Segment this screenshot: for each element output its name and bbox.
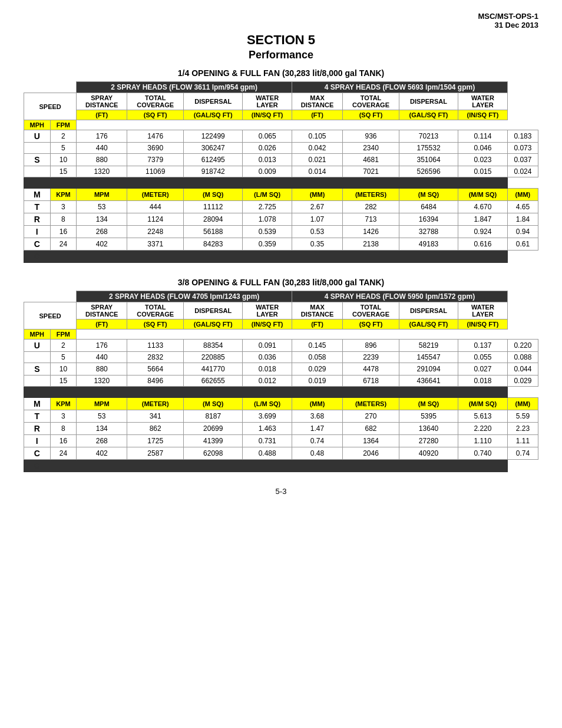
table-cell: 5664 xyxy=(127,363,184,375)
table-cell: 2 xyxy=(50,340,77,352)
table-cell: 402 xyxy=(77,447,127,460)
table1-4spray-header: 4 SPRAY HEADS (FLOW 5693 lpm/1504 gpm) xyxy=(292,82,508,93)
table-cell: 6484 xyxy=(399,201,458,213)
table-cell: 134 xyxy=(77,423,127,435)
side-label-us xyxy=(24,166,51,177)
table-cell: 41399 xyxy=(184,435,243,447)
table-cell: 0.105 xyxy=(292,130,343,143)
table-cell: 15 xyxy=(50,166,77,177)
section-number: SECTION 5 xyxy=(24,32,538,48)
table-cell: 5.613 xyxy=(458,410,508,423)
unit-sqft1: (SQ FT) xyxy=(127,110,184,120)
table-cell: 11112 xyxy=(184,201,243,213)
empty-cell xyxy=(458,460,508,472)
table-cell: 1124 xyxy=(127,213,184,226)
col-water-layer1: WATERLAYER xyxy=(243,93,292,110)
table-cell: 0.183 xyxy=(507,130,538,143)
mpm-header: MPM xyxy=(77,398,127,410)
table-cell: 0.019 xyxy=(292,375,343,387)
table-row: C244022587620980.4880.482046409200.7400.… xyxy=(24,447,538,460)
col2-total-cov1: TOTALCOVERAGE xyxy=(127,302,184,319)
table-cell: 0.058 xyxy=(292,352,343,363)
metric-unit-header: (L/M SQ) xyxy=(243,189,292,201)
side-label-metric: I xyxy=(24,226,51,238)
side-label-us: U xyxy=(24,340,51,352)
side-label-us xyxy=(24,375,51,387)
unit-ft2: (FT) xyxy=(292,110,343,120)
table-cell: 0.61 xyxy=(507,238,538,251)
table-cell: 0.036 xyxy=(243,352,292,363)
table-cell: 662655 xyxy=(184,375,243,387)
table-cell: 1.47 xyxy=(292,423,343,435)
table-cell: 176 xyxy=(77,130,127,143)
table-cell: 444 xyxy=(127,201,184,213)
table-cell: 0.024 xyxy=(507,166,538,177)
table-cell: 0.042 xyxy=(292,143,343,154)
empty-cell xyxy=(77,251,127,263)
table-row: T353444111122.7252.6728264844.6704.65 xyxy=(24,201,538,213)
table-cell: 1133 xyxy=(127,340,184,352)
table-cell: 5 xyxy=(50,143,77,154)
table-cell: 0.037 xyxy=(507,154,538,166)
table-cell: 7379 xyxy=(127,154,184,166)
metric-unit-header: (M/M SQ) xyxy=(458,398,508,410)
table-cell: 8187 xyxy=(184,410,243,423)
table-row: 151320110699187420.0090.01470215265960.0… xyxy=(24,166,538,177)
table-cell: 10 xyxy=(50,363,77,375)
empty-cell xyxy=(243,460,292,472)
table-row: R81341124280941.0781.07713163941.8471.84 xyxy=(24,213,538,226)
table-cell: 341 xyxy=(127,410,184,423)
table-cell: 2138 xyxy=(343,238,399,251)
table-cell: 268 xyxy=(77,226,127,238)
col-dispersal2: DISPERSAL xyxy=(399,93,458,110)
table-cell: 0.018 xyxy=(458,375,508,387)
table-cell: 936 xyxy=(343,130,399,143)
col2-spray-dist: SPRAYDISTANCE xyxy=(77,302,127,319)
unit-in2: (IN/SQ FT) xyxy=(458,110,508,120)
table-cell: 0.220 xyxy=(507,340,538,352)
table-cell: 1.07 xyxy=(292,213,343,226)
table-cell: 0.026 xyxy=(243,143,292,154)
table-cell: 4.670 xyxy=(458,201,508,213)
table-cell: 3371 xyxy=(127,238,184,251)
table-cell: 2046 xyxy=(343,447,399,460)
table-cell: 4478 xyxy=(343,363,399,375)
table2: 2 SPRAY HEADS (FLOW 4705 lpm/1243 gpm) 4… xyxy=(24,291,538,472)
speed-header: SPEED xyxy=(24,93,77,120)
col2-dispersal2: DISPERSAL xyxy=(399,302,458,319)
metric-unit-header: (L/M SQ) xyxy=(243,398,292,410)
table-cell: 268 xyxy=(77,435,127,447)
side-label-us: U xyxy=(24,130,51,143)
fpm-header: FPM xyxy=(50,120,77,130)
table-cell: 28094 xyxy=(184,213,243,226)
c-row: C xyxy=(24,251,538,263)
table1-title: 1/4 OPENING & FULL FAN (30,283 lit/8,000… xyxy=(24,68,538,78)
kpm-header: KPM xyxy=(50,189,77,201)
metric-unit-header: (M/M SQ) xyxy=(458,189,508,201)
metric-unit-header: (M SQ) xyxy=(184,189,243,201)
table2-wrapper: 3/8 OPENING & FULL FAN (30,283 lit/8,000… xyxy=(24,278,538,472)
side-label-metric: I xyxy=(24,435,51,447)
table-cell: 5.59 xyxy=(507,410,538,423)
table1-2spray-header: 2 SPRAY HEADS (FLOW 3611 lpm/954 gpm) xyxy=(77,82,292,93)
table-cell: 0.539 xyxy=(243,226,292,238)
metric-unit-header: (M SQ) xyxy=(399,189,458,201)
table-cell: 32788 xyxy=(399,226,458,238)
table-row: 15132084966626550.0120.01967184366410.01… xyxy=(24,375,538,387)
side-label-metric: C xyxy=(24,238,51,251)
table-cell: 5 xyxy=(50,352,77,363)
table-cell: 16 xyxy=(50,435,77,447)
table-cell: 0.029 xyxy=(507,375,538,387)
table-cell: 440 xyxy=(77,352,127,363)
table-cell: 0.145 xyxy=(292,340,343,352)
table-cell: 0.114 xyxy=(458,130,508,143)
unit-gal2: (GAL/SQ FT) xyxy=(399,110,458,120)
table-cell: 62098 xyxy=(184,447,243,460)
table-cell: 88354 xyxy=(184,340,243,352)
table-cell: 176 xyxy=(77,340,127,352)
table-cell: 3.699 xyxy=(243,410,292,423)
col2-water-layer2: WATERLAYER xyxy=(458,302,508,319)
metric-label-m: M xyxy=(24,189,51,201)
side-label-us xyxy=(24,352,51,363)
table-cell: 0.065 xyxy=(243,130,292,143)
